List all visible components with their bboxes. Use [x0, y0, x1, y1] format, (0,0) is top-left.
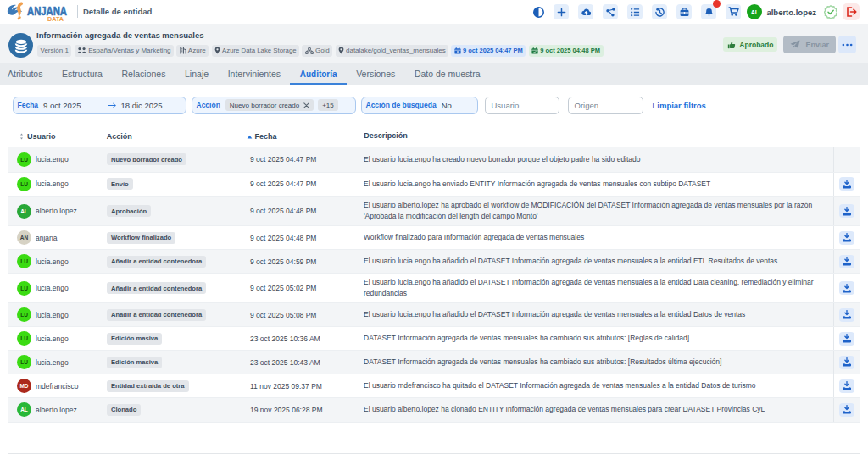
svg-text:DATA: DATA: [47, 15, 64, 23]
